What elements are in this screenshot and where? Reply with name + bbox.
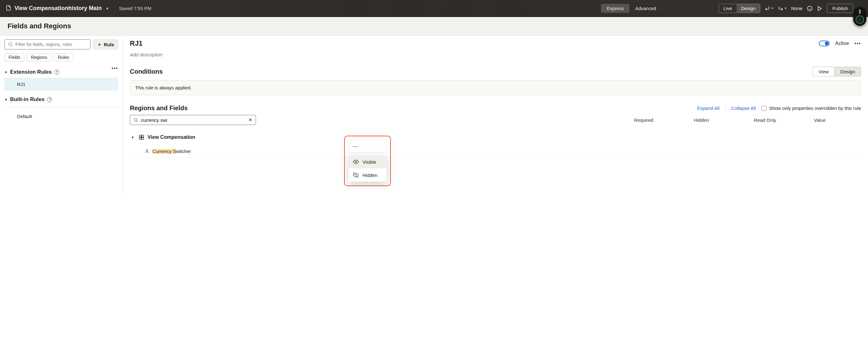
left-panel: ＋ Rule Fields Regions Rules ▼ Extension … (0, 36, 123, 193)
col-value: Value (814, 117, 842, 123)
menu-item-label: Visible (363, 159, 376, 165)
add-description[interactable]: Add description (130, 52, 861, 57)
builtin-rules-label: Built-in Rules (10, 96, 45, 103)
conditions-view-button[interactable]: View (813, 67, 834, 76)
chip-rules[interactable]: Rules (54, 53, 73, 61)
eye-icon (353, 159, 359, 165)
design-button[interactable]: Design (737, 4, 760, 12)
svg-line-5 (11, 45, 12, 46)
rule-item-rj1[interactable]: RJ1 (4, 78, 118, 91)
svg-line-7 (137, 121, 138, 122)
overridden-checkbox[interactable] (762, 106, 767, 111)
conditions-box: This rule is always applied. (130, 80, 861, 95)
caret-down-icon: ▼ (4, 70, 7, 74)
chip-regions[interactable]: Regions (27, 53, 51, 61)
conditions-heading: Conditions (130, 68, 163, 75)
page-title-dropdown[interactable]: View Compensationhistory Main ▼ (14, 5, 109, 12)
main-layout: ＋ Rule Fields Regions Rules ▼ Extension … (0, 36, 868, 193)
right-panel: RJ1 Active ••• Add description Condition… (123, 36, 868, 193)
plus-icon: ＋ (97, 41, 102, 47)
builtin-rules-header[interactable]: ▼ Built-in Rules ? (4, 96, 118, 103)
conditions-design-button[interactable]: Design (834, 67, 861, 76)
expand-all-link[interactable]: Expand All (697, 105, 719, 111)
page-title: View Compensationhistory Main (14, 5, 102, 12)
regions-search-wrap[interactable]: ✕ (130, 115, 256, 125)
svg-rect-9 (142, 135, 144, 137)
col-required: Required (634, 117, 662, 123)
menu-item-label: Hidden (363, 172, 378, 178)
topbar: View Compensationhistory Main ▼ Saved 7:… (0, 0, 868, 17)
svg-marker-3 (818, 6, 822, 11)
col-readonly: Read Only (754, 117, 782, 123)
check-ok-icon: ✓ (856, 15, 864, 24)
active-label: Active (835, 41, 849, 46)
svg-rect-11 (142, 138, 144, 139)
menu-item-visible[interactable]: Visible (349, 155, 386, 168)
redo-button[interactable]: ▼ (778, 6, 787, 11)
editor-mode-toggle: Express Advanced (601, 4, 662, 13)
svg-rect-10 (139, 138, 141, 139)
rule-more-menu[interactable]: ••• (855, 41, 861, 46)
active-toggle[interactable] (819, 41, 830, 46)
filter-input-wrap[interactable] (4, 39, 90, 49)
menu-item-hidden[interactable]: Hidden (349, 168, 386, 182)
advanced-mode-button[interactable]: Advanced (629, 4, 662, 13)
rule-item-default[interactable]: Default (4, 110, 118, 123)
add-rule-button[interactable]: ＋ Rule (93, 39, 118, 49)
region-icon (139, 134, 144, 140)
divider (725, 105, 725, 111)
hidden-dropdown-annotation: — Visible Hidden (344, 136, 391, 186)
svg-point-4 (9, 43, 12, 46)
publish-button[interactable]: Publish (827, 4, 853, 13)
tree-leaf-label: Currency Switcher (153, 148, 191, 154)
chip-fields[interactable]: Fields (4, 53, 24, 61)
help-icon[interactable]: ? (47, 97, 52, 102)
add-rule-label: Rule (104, 42, 114, 47)
svg-rect-8 (139, 135, 141, 137)
extension-rules-more[interactable]: ••• (112, 66, 118, 71)
collapse-all-link[interactable]: Collapse All (731, 105, 756, 111)
tree-leaf-currency-switcher[interactable]: A Currency Switcher (130, 143, 861, 158)
filter-input[interactable] (16, 42, 87, 47)
document-icon (6, 5, 11, 12)
svg-point-0 (807, 6, 812, 11)
col-hidden: Hidden (694, 117, 722, 123)
undo-button[interactable]: ▼ (765, 6, 773, 11)
caret-down-icon: ▼ (105, 7, 109, 10)
conditions-view-toggle: View Design (812, 67, 861, 76)
search-icon (133, 117, 138, 123)
extension-rules-header[interactable]: ▼ Extension Rules ? (4, 69, 59, 75)
clear-search-button[interactable]: ✕ (248, 117, 252, 123)
caret-down-icon: ▼ (131, 136, 134, 139)
express-mode-button[interactable]: Express (601, 4, 629, 13)
regions-search-input[interactable] (141, 117, 248, 123)
hidden-menu: Visible Hidden (349, 155, 386, 182)
saved-status: Saved 7:55 PM (119, 6, 152, 11)
app-logo-icon: ᚱ (859, 9, 861, 14)
column-headers: Required Hidden Read Only Value (634, 117, 842, 123)
live-design-toggle: Live Design (719, 4, 760, 13)
live-button[interactable]: Live (719, 4, 737, 12)
divider (4, 107, 118, 107)
search-icon (8, 42, 13, 47)
subheader-title: Fields and Regions (0, 17, 868, 36)
svg-point-12 (355, 161, 357, 163)
play-button[interactable] (817, 6, 823, 11)
extension-rules-label: Extension Rules (10, 69, 52, 75)
topbar-right-tools: Live Design ▼ ▼ None Publish ••• (719, 4, 864, 13)
tree-node-label: View Compensation (148, 134, 195, 140)
help-icon[interactable]: ? (54, 70, 59, 75)
rule-title: RJ1 (130, 39, 143, 47)
hidden-value-trigger[interactable]: — (349, 140, 386, 153)
svg-point-6 (134, 118, 137, 121)
eye-off-icon (353, 172, 359, 178)
caret-down-icon: ▼ (4, 98, 7, 101)
smile-icon[interactable] (807, 6, 812, 11)
status-badge-widget[interactable]: ᚱ ✓ (853, 7, 866, 26)
regions-fields-heading: Regions and Fields (130, 104, 188, 112)
overridden-label: Show only properties overridden by this … (769, 105, 861, 111)
text-field-icon: A (145, 148, 149, 154)
tree-node-view-compensation[interactable]: ▼ View Compensation (130, 132, 861, 143)
layout-none-label[interactable]: None (791, 6, 802, 11)
